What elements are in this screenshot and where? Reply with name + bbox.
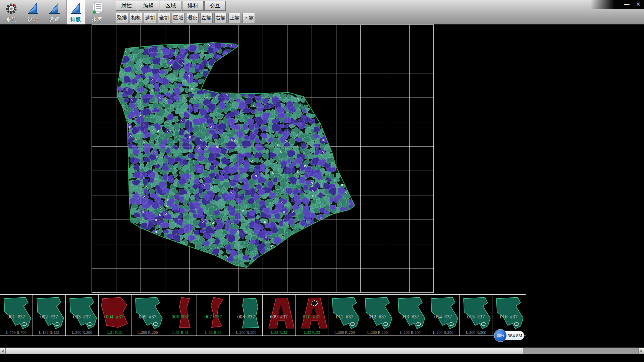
piece-name: 010_#37	[296, 314, 328, 320]
piece-meta: L:700 R:700	[0, 330, 33, 335]
tool-button-cut-all[interactable]: 全割	[158, 13, 170, 23]
piece-list: 001_#37L:700 R:700002_#37L:132 R:132003_…	[0, 294, 526, 336]
menu-item-region[interactable]: 区域	[160, 1, 181, 11]
progress-circle: 38%	[494, 329, 507, 342]
tool-bar: 聚排相机选割全割区域瑕疵左靠右靠上靠下靠	[116, 13, 255, 23]
piece-meta: L:33 R:33	[197, 330, 229, 335]
scrollbar-thumb[interactable]	[6, 348, 523, 354]
piece-meta: L:200 R:200	[230, 330, 262, 335]
report-icon-wrap	[90, 1, 104, 16]
app-tab-label: 设计	[28, 16, 38, 23]
piece-meta: L:200 R:200	[131, 330, 164, 335]
piece-meta: L:31 R:31	[99, 330, 131, 335]
gear-icon-wrap	[4, 1, 18, 16]
menu-item-interaction[interactable]: 交互	[204, 1, 226, 11]
piece-thumbnail-015_#37[interactable]: 015_#37L:200 R:200	[460, 295, 492, 336]
gear-icon	[5, 1, 18, 16]
piece-meta: L:200 R:200	[361, 330, 394, 335]
piece-name: 016_#37	[492, 314, 525, 320]
horizontal-scrollbar[interactable]: < >	[0, 348, 644, 354]
menu-bar: 属性编辑区域排料交互	[116, 1, 226, 11]
sail-icon-wrap	[26, 1, 40, 16]
piece-name: 014_#37	[427, 314, 460, 320]
piece-name: 011_#37	[328, 314, 361, 320]
sail-icon-wrap	[69, 1, 83, 16]
tool-button-region[interactable]: 区域	[172, 13, 184, 23]
tool-button-defect[interactable]: 瑕疵	[186, 13, 199, 23]
piece-thumbnail-006_#37[interactable]: 006_#37L:31 R:31	[164, 295, 197, 336]
piece-meta: L:32 R:32	[263, 330, 295, 335]
piece-name: 005_#37	[131, 314, 164, 320]
piece-name: 007_#37	[197, 314, 229, 320]
sail-icon	[48, 1, 61, 16]
piece-thumbnail-012_#37[interactable]: 012_#37L:200 R:200	[361, 295, 394, 336]
app-tab-settings[interactable]: 设置	[45, 0, 64, 24]
app-tab-design[interactable]: 设计	[23, 0, 42, 24]
minimize-button[interactable]: —	[624, 1, 630, 8]
tool-button-select-cut[interactable]: 选割	[144, 13, 156, 23]
piece-name: 015_#37	[460, 314, 492, 320]
sail-icon	[26, 1, 40, 16]
piece-name: 001_#37	[0, 314, 33, 320]
app-tab-label: 排版	[70, 16, 81, 23]
piece-thumbnail-013_#37[interactable]: 013_#37L:200 R:200	[394, 295, 427, 336]
piece-thumbnail-011_#37[interactable]: 011_#37L:200 R:200	[328, 295, 361, 336]
tool-button-align-right[interactable]: 右靠	[214, 13, 227, 23]
panel-divider	[0, 345, 644, 345]
piece-name: 003_#37	[66, 314, 98, 320]
app-tab-label: 设置	[49, 16, 60, 23]
menu-item-edit[interactable]: 编辑	[138, 1, 159, 11]
piece-meta: L:200 R:200	[460, 330, 492, 335]
menu-item-nesting[interactable]: 排料	[182, 1, 204, 11]
tool-button-align-left[interactable]: 左靠	[200, 13, 213, 23]
menu-item-properties[interactable]: 属性	[116, 1, 137, 11]
piece-meta: L:33 R:33	[296, 330, 328, 335]
tool-button-camera[interactable]: 相机	[130, 13, 142, 23]
sail-icon-wrap	[47, 1, 61, 16]
piece-name: 013_#37	[394, 314, 427, 320]
window-controls: — ✕	[624, 1, 641, 8]
piece-name: 002_#37	[33, 314, 65, 320]
nesting-canvas[interactable]	[92, 24, 434, 293]
toolbar: 系统设计设置排版报表 属性编辑区域排料交互 聚排相机选割全割区域瑕疵左靠右靠上靠…	[0, 0, 644, 24]
piece-meta: L:200 R:200	[394, 330, 427, 335]
app-tab-report[interactable]: 报表	[88, 0, 107, 24]
leather-hide-layout	[92, 24, 434, 293]
piece-name: 004_#37	[99, 314, 131, 320]
piece-name: 009_#37	[263, 314, 295, 320]
piece-name: 006_#37	[164, 314, 197, 320]
close-button[interactable]: ✕	[636, 1, 641, 8]
piece-thumbnail-009_#37[interactable]: 009_#37L:32 R:32	[263, 295, 296, 336]
piece-meta: L:200 R:200	[427, 330, 460, 335]
piece-thumbnail-007_#37[interactable]: 007_#37L:33 R:33	[197, 295, 230, 336]
app-tab-system[interactable]: 系统	[2, 0, 21, 24]
piece-name: 008_#37	[230, 314, 262, 320]
tool-button-align-bottom[interactable]: 下靠	[243, 13, 255, 23]
piece-thumbnail-002_#37[interactable]: 002_#37L:132 R:132	[33, 295, 66, 336]
report-icon	[91, 1, 104, 16]
app-tabs: 系统设计设置排版报表	[2, 0, 107, 24]
piece-thumbnail-001_#37[interactable]: 001_#37L:700 R:700	[0, 295, 33, 336]
piece-meta: L:200 R:200	[66, 330, 98, 335]
piece-thumbnail-005_#37[interactable]: 005_#37L:200 R:200	[131, 295, 164, 336]
app-tab-layout[interactable]: 排版	[66, 0, 85, 24]
tool-button-cluster-nest[interactable]: 聚排	[116, 13, 128, 23]
tool-button-align-top[interactable]: 上靠	[228, 13, 241, 23]
memory-status-badge: 384.8M 38%	[494, 329, 525, 342]
app-tab-label: 报表	[92, 16, 103, 23]
piece-name: 012_#37	[361, 314, 394, 320]
piece-thumbnail-003_#37[interactable]: 003_#37L:200 R:200	[66, 295, 99, 336]
app-tab-label: 系统	[6, 16, 17, 23]
piece-meta: L:132 R:132	[33, 330, 65, 335]
sail-icon	[69, 1, 83, 16]
piece-meta: L:200 R:200	[328, 330, 361, 335]
scroll-left-arrow-icon[interactable]: <	[0, 348, 6, 354]
piece-thumbnail-008_#37[interactable]: 008_#37L:200 R:200	[230, 295, 263, 336]
scroll-right-arrow-icon[interactable]: >	[638, 348, 644, 354]
piece-meta: L:31 R:31	[164, 330, 197, 335]
piece-thumbnail-004_#37[interactable]: 004_#37L:31 R:31	[99, 295, 131, 336]
piece-thumbnail-014_#37[interactable]: 014_#37L:200 R:200	[427, 295, 460, 336]
piece-thumbnail-010_#37[interactable]: 010_#37L:33 R:33	[296, 295, 328, 336]
